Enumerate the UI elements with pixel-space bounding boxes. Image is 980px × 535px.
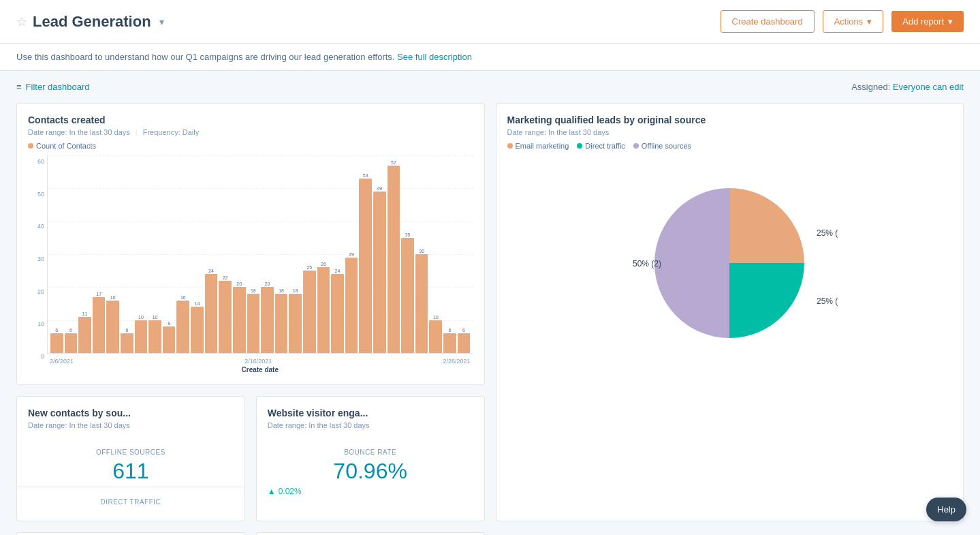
bar-fill — [401, 238, 414, 353]
bar-value-label: 16 — [110, 295, 116, 300]
bounce-rate-change: ▲ 0.02% — [268, 487, 473, 496]
new-contacts-source-card: New contacts by sou... Date range: In th… — [16, 396, 245, 521]
bar-value-label: 6 — [69, 328, 72, 333]
bar-fill — [373, 192, 386, 353]
triangle-up-icon: ▲ — [268, 487, 276, 496]
pie-label-direct: 25% (1) — [817, 296, 838, 306]
mql-source-date: Date range: In the last 30 days — [507, 128, 953, 136]
bar-fill — [458, 333, 471, 353]
contacts-created-title: Contacts created — [28, 114, 473, 125]
blog-post-views-card: Blog post total views... Date range: In … — [16, 532, 245, 535]
bar-value-label: 18 — [251, 288, 256, 293]
legend-dot-direct — [577, 143, 582, 149]
pie-segment-offline — [654, 188, 729, 338]
bar-value-label: 8 — [168, 321, 170, 326]
filter-dashboard-button[interactable]: ≡ Filter dashboard — [16, 82, 90, 92]
bar-value-label: 10 — [433, 315, 439, 320]
legend-email: Email marketing — [516, 142, 569, 150]
assigned-section: Assigned: Everyone can edit — [851, 82, 964, 92]
dashboard-grid: Contacts created Date range: In the last… — [0, 103, 980, 535]
star-icon[interactable]: ☆ — [16, 14, 27, 29]
bar-fill — [275, 294, 288, 353]
bar-fill — [261, 287, 274, 353]
bar-value-label: 16 — [180, 295, 186, 300]
bar-value-label: 6 — [462, 328, 465, 333]
see-full-description-link[interactable]: See full description — [397, 52, 472, 62]
website-visitor-title: Website visitor enga... — [268, 408, 473, 418]
landing-page-views-card: Landing page total vi... Date range: In … — [256, 532, 485, 535]
new-contacts-title: New contacts by sou... — [28, 408, 234, 418]
bar-group: 10 — [429, 155, 442, 353]
bar-chart: 60 50 40 30 20 10 0 — [28, 155, 473, 373]
bar-group: 22 — [219, 155, 232, 353]
offline-sources-label: OFFLINE SOURCES — [28, 448, 234, 456]
mql-legend: Email marketing Direct traffic Offline s… — [507, 142, 953, 150]
bar-group: 18 — [275, 155, 288, 353]
bar-value-label: 25 — [306, 265, 312, 270]
bar-value-label: 30 — [419, 249, 424, 254]
bar-value-label: 14 — [195, 301, 200, 306]
mql-source-card: Marketing qualified leads by original so… — [496, 103, 964, 521]
add-report-button[interactable]: Add report ▾ — [891, 11, 964, 32]
bar-group: 11 — [78, 155, 91, 353]
mql-source-title: Marketing qualified leads by original so… — [507, 114, 953, 125]
actions-button[interactable]: Actions ▾ — [823, 10, 884, 33]
bar-value-label: 24 — [335, 269, 341, 273]
bar-group: 6 — [443, 155, 456, 353]
bar-value-label: 18 — [293, 288, 298, 293]
contacts-created-card: Contacts created Date range: In the last… — [16, 103, 485, 385]
bar-value-label: 26 — [321, 262, 326, 266]
assigned-value[interactable]: Everyone can edit — [893, 82, 964, 92]
bar-value-label: 20 — [236, 281, 242, 286]
bar-group: 8 — [163, 155, 176, 353]
bar-fill — [359, 179, 372, 353]
legend-dot-email — [507, 143, 513, 149]
contacts-legend: Count of Contacts — [28, 142, 473, 150]
help-button[interactable]: Help — [926, 498, 966, 521]
bar-group: 6 — [121, 155, 133, 353]
legend-label-contacts: Count of Contacts — [36, 142, 96, 150]
legend-dot-offline — [633, 143, 639, 149]
bar-fill — [93, 297, 106, 353]
bar-fill — [317, 267, 330, 353]
bar-group: 6 — [65, 155, 78, 353]
bounce-rate-label: BOUNCE RATE — [268, 448, 473, 456]
pie-chart-svg: 25% (1) 25% (1) 50% (2) — [620, 161, 838, 365]
chevron-down-icon[interactable]: ▾ — [159, 16, 164, 27]
frequency-label: Frequency: Daily — [143, 128, 200, 136]
bar-group: 18 — [289, 155, 302, 353]
header-left: ☆ Lead Generation ▾ — [16, 13, 164, 31]
bar-group: 20 — [261, 155, 274, 353]
legend-offline: Offline sources — [642, 142, 691, 150]
legend-direct: Direct traffic — [585, 142, 625, 150]
header-actions: Create dashboard Actions ▾ Add report ▾ — [721, 10, 964, 33]
header: ☆ Lead Generation ▾ Create dashboard Act… — [0, 0, 980, 44]
bar-value-label: 53 — [363, 173, 368, 178]
bar-value-label: 29 — [349, 252, 354, 257]
bar-fill — [443, 333, 456, 353]
add-report-label: Add report — [902, 16, 944, 27]
bar-fill — [191, 307, 204, 353]
description-bar: Use this dashboard to understand how our… — [0, 44, 980, 71]
pie-segment-direct — [729, 263, 804, 338]
bar-group: 16 — [106, 155, 119, 353]
bar-group: 18 — [247, 155, 260, 353]
bar-group: 30 — [415, 155, 428, 353]
bar-value-label: 10 — [138, 315, 144, 320]
bar-value-label: 6 — [125, 328, 128, 333]
bar-group: 53 — [359, 155, 372, 353]
bars-container: 6611171661010816142422201820181825262429… — [48, 155, 473, 353]
x-axis-title: Create date — [47, 366, 473, 373]
pie-segment-email — [729, 188, 804, 263]
bar-value-label: 49 — [377, 186, 382, 191]
bar-value-label: 17 — [96, 292, 101, 296]
bar-group: 6 — [50, 155, 63, 353]
bar-fill — [50, 333, 63, 353]
bar-value-label: 35 — [405, 232, 411, 237]
add-report-chevron-icon: ▾ — [948, 16, 953, 27]
bar-group: 16 — [176, 155, 189, 353]
create-dashboard-button[interactable]: Create dashboard — [721, 10, 815, 33]
bar-fill — [289, 294, 302, 353]
bar-value-label: 18 — [279, 288, 284, 293]
bar-group: 29 — [345, 155, 358, 353]
